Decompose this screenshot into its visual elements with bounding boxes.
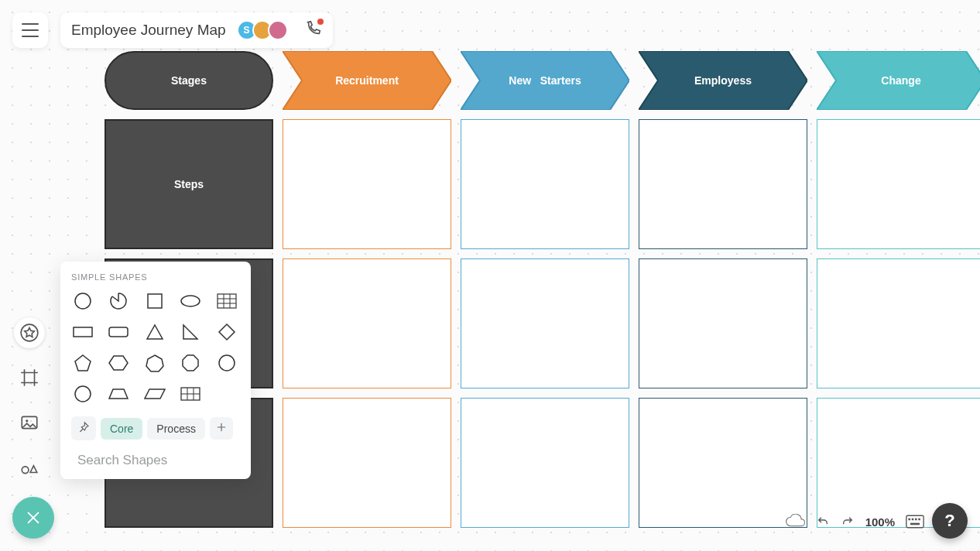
grid-cell[interactable] xyxy=(461,258,629,388)
svg-point-3 xyxy=(22,467,29,474)
svg-rect-28 xyxy=(915,518,917,521)
grid-cell[interactable] xyxy=(639,258,807,388)
call-button[interactable] xyxy=(305,20,322,40)
search-shapes-input[interactable] xyxy=(77,453,242,468)
help-label: ? xyxy=(944,511,954,531)
panel-title: SIMPLE SHAPES xyxy=(71,272,240,282)
shape-octagon[interactable] xyxy=(179,351,202,375)
svg-point-14 xyxy=(219,355,235,371)
svg-point-15 xyxy=(75,386,91,402)
help-button[interactable]: ? xyxy=(932,503,968,539)
freehand-icon xyxy=(19,457,39,477)
svg-rect-5 xyxy=(148,294,162,308)
stage-column-new-starters[interactable]: New Starters xyxy=(461,51,629,110)
shapes-panel: SIMPLE SHAPES Core Process xyxy=(60,262,251,479)
shape-decagon[interactable] xyxy=(71,382,94,406)
svg-rect-7 xyxy=(218,294,236,308)
frame-tool[interactable] xyxy=(14,362,45,393)
shape-nonagon[interactable] xyxy=(215,351,238,375)
pin-icon xyxy=(77,421,90,433)
star-shape-icon xyxy=(19,323,39,343)
svg-point-4 xyxy=(75,293,91,309)
grid-cell[interactable] xyxy=(283,398,451,528)
close-panel-button[interactable] xyxy=(12,497,54,539)
notification-dot xyxy=(317,19,324,25)
shape-diamond[interactable] xyxy=(215,320,238,344)
avatar-group: S xyxy=(237,20,288,40)
svg-point-2 xyxy=(26,419,28,422)
svg-rect-30 xyxy=(910,523,920,525)
menu-button[interactable] xyxy=(12,12,48,48)
shape-triangle[interactable] xyxy=(143,320,166,344)
grid-cell[interactable] xyxy=(461,398,629,528)
stage-column-change[interactable]: Change xyxy=(817,51,980,110)
grid-cell[interactable] xyxy=(283,119,451,249)
undo-icon[interactable] xyxy=(816,515,830,528)
keyboard-icon[interactable] xyxy=(906,515,924,529)
shape-hexagon[interactable] xyxy=(107,351,130,375)
core-tab[interactable]: Core xyxy=(101,418,142,440)
svg-rect-13 xyxy=(109,327,128,337)
stages-header[interactable]: Stages xyxy=(105,51,273,110)
side-toolbar xyxy=(14,317,45,483)
close-icon xyxy=(25,509,42,526)
svg-rect-29 xyxy=(918,518,920,521)
svg-rect-26 xyxy=(908,518,910,521)
title-card: Employee Journey Map S xyxy=(60,12,333,48)
shape-table[interactable] xyxy=(179,382,202,406)
cloud-sync-icon[interactable] xyxy=(785,514,805,529)
stage-column-employees[interactable]: Employess xyxy=(639,51,807,110)
bottom-toolbar: 100% xyxy=(785,514,924,529)
shape-parallelogram[interactable] xyxy=(143,382,166,406)
image-icon xyxy=(19,412,39,433)
grid-cell[interactable] xyxy=(283,258,451,388)
grid-cell[interactable] xyxy=(817,258,980,388)
hamburger-icon xyxy=(22,23,39,37)
redo-icon[interactable] xyxy=(841,515,855,528)
shape-trapezoid[interactable] xyxy=(107,382,130,406)
document-title[interactable]: Employee Journey Map xyxy=(71,22,226,39)
zoom-level[interactable]: 100% xyxy=(865,515,895,529)
shape-ellipse[interactable] xyxy=(179,289,202,313)
plus-icon xyxy=(216,422,227,433)
grid-cell[interactable] xyxy=(817,119,980,249)
grid-cell[interactable] xyxy=(639,119,807,249)
shapes-tool[interactable] xyxy=(14,317,45,348)
stage-column-recruitment[interactable]: Recruitment xyxy=(283,51,451,110)
process-tab[interactable]: Process xyxy=(147,418,205,440)
add-tab[interactable] xyxy=(210,417,233,440)
shape-pentagon[interactable] xyxy=(71,351,94,375)
svg-point-6 xyxy=(181,296,200,306)
frame-icon xyxy=(19,368,39,388)
grid-cell[interactable] xyxy=(639,398,807,528)
shape-circle[interactable] xyxy=(71,289,94,313)
shape-heptagon[interactable] xyxy=(143,351,166,375)
shape-rectangle[interactable] xyxy=(71,320,94,344)
avatar[interactable] xyxy=(268,20,288,40)
shape-table-shaded[interactable] xyxy=(215,289,238,313)
shape-empty xyxy=(215,382,238,406)
freehand-tool[interactable] xyxy=(14,452,45,483)
svg-rect-12 xyxy=(74,327,92,337)
pin-tab[interactable] xyxy=(71,416,96,440)
svg-rect-25 xyxy=(906,515,923,527)
steps-row-header[interactable]: Steps xyxy=(105,119,273,249)
shape-right-triangle[interactable] xyxy=(179,320,202,344)
grid-cell[interactable] xyxy=(461,119,629,249)
svg-rect-27 xyxy=(912,518,914,521)
image-tool[interactable] xyxy=(14,407,45,438)
shape-square[interactable] xyxy=(143,289,166,313)
shape-pie[interactable] xyxy=(107,289,130,313)
shape-rounded-rect[interactable] xyxy=(107,320,130,344)
